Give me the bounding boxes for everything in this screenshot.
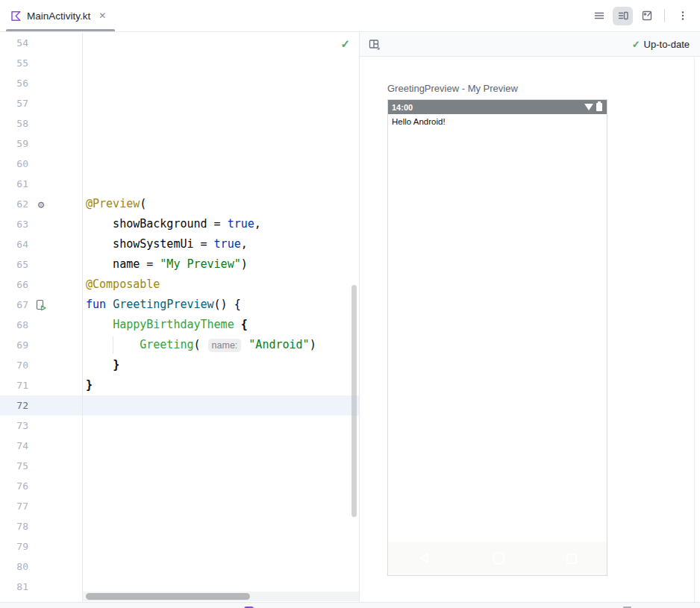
editor-line-80[interactable]: 80 [0,557,359,577]
code-view-button[interactable] [589,7,609,25]
gutter-icon-slot [33,557,49,577]
code-segment: name = [86,257,160,271]
layout-options-icon[interactable] [368,38,381,51]
editor-line-63[interactable]: 63 showBackground = true, [0,214,359,234]
greeting-text: Hello Android! [388,114,607,126]
code-text[interactable]: @Preview( [82,194,359,214]
horizontal-scrollbar-thumb[interactable] [86,593,250,600]
code-segment: showBackground = [86,217,228,231]
code-text[interactable] [82,436,359,456]
editor-horizontal-scrollbar[interactable] [83,592,359,601]
editor-line-56[interactable]: 56 [0,73,359,93]
code-segment: Greeting [140,338,193,351]
code-text[interactable] [82,134,359,154]
editor-line-74[interactable]: 74 [0,436,359,456]
more-options-button[interactable] [672,7,693,25]
editor-line-54[interactable]: 54 [0,33,359,53]
gutter: 65 [0,254,82,275]
line-number: 78 [0,516,28,536]
design-view-button[interactable] [637,7,657,25]
code-text[interactable] [82,73,359,93]
gutter: 68 [0,315,82,335]
code-segment [242,338,249,351]
preview-device-frame[interactable]: 14:00 Hello Android! [387,99,607,576]
code-text[interactable]: Greeting( name: "Android") [82,335,359,355]
code-text[interactable]: HappyBirthdayTheme { [82,315,359,335]
preview-scrollbar-track[interactable] [694,57,695,602]
tab-mainactivity[interactable]: MainActivity.kt ✕ [6,0,115,31]
code-text[interactable] [82,557,359,577]
gutter: 61 [0,174,82,194]
code-text[interactable] [82,93,359,113]
editor-line-77[interactable]: 77 [0,496,359,516]
inspections-passed-icon[interactable]: ✓ [340,37,350,51]
editor-line-59[interactable]: 59 [0,134,359,154]
code-text[interactable] [82,154,359,174]
code-text[interactable]: fun GreetingPreview() { [82,295,359,315]
editor-line-73[interactable]: 73 [0,416,359,436]
code-text[interactable]: showSystemUi = true, [82,234,359,254]
editor-vertical-scrollbar[interactable] [351,285,357,517]
gutter: 62⚙ [0,194,82,214]
editor-line-75[interactable]: 75 [0,456,359,476]
gutter: 77 [0,496,82,516]
preview-settings-gear-icon[interactable]: ⚙ [33,194,49,214]
editor-line-72[interactable]: 72 [0,395,359,416]
preview-status-label: Up-to-date [644,39,690,50]
editor-line-62[interactable]: 62⚙@Preview( [0,194,359,214]
gutter: 81 [0,577,82,597]
editor-line-55[interactable]: 55 [0,53,359,73]
editor-line-70[interactable]: 70 } [0,355,359,375]
code-text[interactable] [82,456,359,476]
code-text[interactable] [82,53,359,73]
gutter-icon-slot [33,476,49,496]
code-segment [86,318,113,331]
code-segment: ( [194,338,207,351]
code-text[interactable] [82,416,359,436]
editor-line-68[interactable]: 68 HappyBirthdayTheme { [0,315,359,335]
code-text[interactable] [82,516,359,536]
editor-line-57[interactable]: 57 [0,93,359,113]
code-text[interactable]: showBackground = true, [82,214,359,234]
gutter-icon-slot [33,335,49,355]
editor-line-78[interactable]: 78 [0,516,359,536]
run-preview-icon[interactable] [33,295,49,315]
code-text[interactable] [82,113,359,134]
code-text[interactable] [82,174,359,194]
code-text[interactable] [82,536,359,557]
line-number: 63 [0,214,28,234]
code-text[interactable]: } [82,355,359,375]
recents-icon [566,554,577,564]
code-text[interactable] [82,33,359,53]
code-text[interactable] [82,395,359,416]
line-number: 79 [0,536,28,557]
close-icon[interactable]: ✕ [99,10,106,21]
code-text[interactable]: } [82,375,359,395]
code-text[interactable] [82,496,359,516]
check-icon: ✓ [632,39,640,50]
code-text[interactable]: name = "My Preview") [82,254,359,275]
editor-line-60[interactable]: 60 [0,154,359,174]
editor-line-71[interactable]: 71} [0,375,359,395]
split-view-button[interactable] [613,7,633,25]
editor-line-58[interactable]: 58 [0,113,359,134]
editor-line-76[interactable]: 76 [0,476,359,496]
editor-line-61[interactable]: 61 [0,174,359,194]
device-clock: 14:00 [392,103,413,112]
gutter: 67 [0,295,82,315]
line-number: 76 [0,476,28,496]
editor-line-66[interactable]: 66@Composable [0,275,359,295]
code-text[interactable] [82,476,359,496]
line-number: 57 [0,93,28,113]
line-number: 75 [0,456,28,476]
editor-line-65[interactable]: 65 name = "My Preview") [0,254,359,275]
code-editor[interactable]: 545556575859606162⚙@Preview(63 showBackg… [0,33,360,602]
gutter: 58 [0,113,82,134]
editor-line-64[interactable]: 64 showSystemUi = true, [0,234,359,254]
line-number: 65 [0,254,28,275]
editor-line-69[interactable]: 69 Greeting( name: "Android") [0,335,359,355]
editor-line-79[interactable]: 79 [0,536,359,557]
code-text[interactable]: @Composable [82,275,359,295]
editor-line-67[interactable]: 67fun GreetingPreview() { [0,295,359,315]
preview-status[interactable]: ✓ Up-to-date [632,39,690,50]
